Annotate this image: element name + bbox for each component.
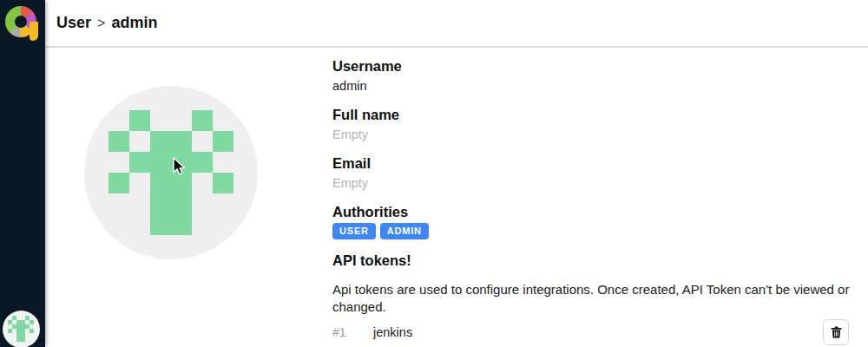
username-label: Username <box>332 58 402 75</box>
sidebar <box>0 0 45 347</box>
authorities-badges: USER ADMIN <box>332 223 429 239</box>
current-user-avatar[interactable] <box>3 311 40 347</box>
fullname-label: Full name <box>332 107 399 123</box>
breadcrumb: User > admin <box>56 14 157 32</box>
api-tokens-description: Api tokens are used to configure integra… <box>332 281 853 316</box>
email-label: Email <box>332 155 371 172</box>
app-logo-tail <box>30 22 38 41</box>
token-name: jenkins <box>373 325 412 339</box>
page-header: User > admin <box>45 0 868 48</box>
delete-token-button[interactable] <box>823 319 849 345</box>
breadcrumb-separator: > <box>97 16 105 31</box>
page-title: admin <box>111 14 157 32</box>
trash-icon <box>831 326 842 338</box>
app-logo[interactable] <box>4 4 39 39</box>
fullname-value[interactable]: Empty <box>332 128 368 141</box>
api-tokens-title: API tokens! <box>332 252 411 269</box>
token-row: #1 jenkins <box>332 318 849 347</box>
breadcrumb-user[interactable]: User <box>56 14 91 32</box>
mouse-cursor-icon <box>170 157 189 176</box>
badge-admin: ADMIN <box>380 223 429 239</box>
username-value[interactable]: admin <box>332 79 367 93</box>
app-logo-hole <box>15 16 27 28</box>
email-value[interactable]: Empty <box>332 176 368 190</box>
badge-user: USER <box>332 223 376 239</box>
authorities-label: Authorities <box>332 204 408 220</box>
user-identicon-icon <box>8 316 34 342</box>
token-index: #1 <box>332 325 359 339</box>
